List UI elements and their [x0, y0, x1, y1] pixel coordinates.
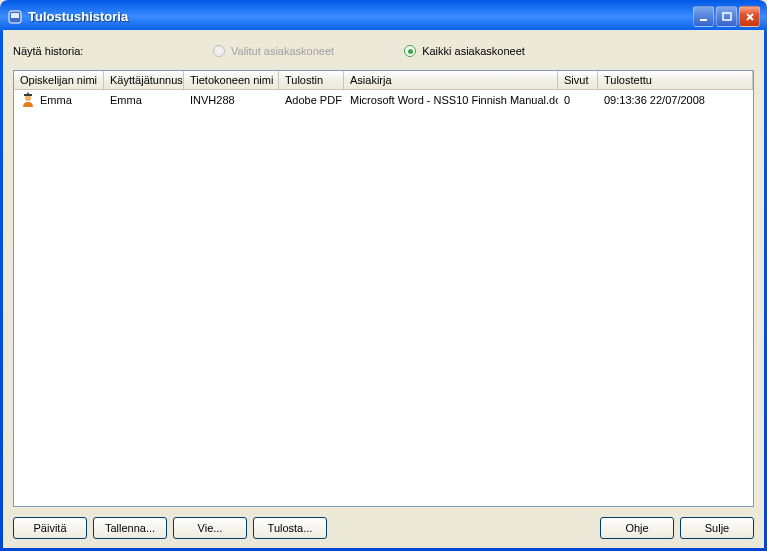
table-row[interactable]: Emma Emma INVH288 Adobe PDF Microsoft Wo…: [14, 90, 753, 110]
cell-pages: 0: [558, 92, 598, 108]
button-bar: Päivitä Tallenna... Vie... Tulosta... Oh…: [13, 517, 754, 540]
radio-all-clients[interactable]: Kaikki asiakaskoneet: [404, 45, 525, 57]
cell-login: Emma: [104, 92, 184, 108]
help-button[interactable]: Ohje: [600, 517, 674, 539]
titlebar[interactable]: Tulostushistoria: [3, 3, 764, 30]
student-icon: [20, 92, 36, 108]
col-document[interactable]: Asiakirja: [344, 71, 558, 89]
cell-student: Emma: [14, 90, 104, 110]
col-computer[interactable]: Tietokoneen nimi: [184, 71, 279, 89]
col-student[interactable]: Opiskelijan nimi: [14, 71, 104, 89]
window-frame: Tulostushistoria Näytä historia: Valitut…: [0, 0, 767, 551]
window-title: Tulostushistoria: [28, 9, 693, 24]
cell-student-text: Emma: [40, 94, 72, 106]
close-button[interactable]: [739, 6, 760, 27]
radio-selected-clients-label: Valitut asiakaskoneet: [231, 45, 334, 57]
svg-rect-6: [27, 93, 29, 95]
maximize-button[interactable]: [716, 6, 737, 27]
radio-icon: [213, 45, 225, 57]
table-header: Opiskelijan nimi Käyttäjätunnus Tietokon…: [14, 71, 753, 90]
spacer: [333, 517, 594, 540]
radio-all-clients-label: Kaikki asiakaskoneet: [422, 45, 525, 57]
svg-rect-1: [11, 13, 19, 18]
cell-printed: 09:13:36 22/07/2008: [598, 92, 753, 108]
radio-icon: [404, 45, 416, 57]
svg-rect-3: [723, 13, 731, 20]
export-button[interactable]: Vie...: [173, 517, 247, 539]
col-printed[interactable]: Tulostettu: [598, 71, 753, 89]
window-controls: [693, 6, 760, 27]
print-button[interactable]: Tulosta...: [253, 517, 327, 539]
refresh-button[interactable]: Päivitä: [13, 517, 87, 539]
history-table[interactable]: Opiskelijan nimi Käyttäjätunnus Tietokon…: [13, 70, 754, 507]
col-login[interactable]: Käyttäjätunnus: [104, 71, 184, 89]
radio-selected-clients: Valitut asiakaskoneet: [213, 45, 334, 57]
show-history-label: Näytä historia:: [13, 45, 213, 57]
app-icon: [7, 9, 23, 25]
col-printer[interactable]: Tulostin: [279, 71, 344, 89]
cell-document: Microsoft Word - NSS10 Finnish Manual.do…: [344, 92, 558, 108]
col-pages[interactable]: Sivut: [558, 71, 598, 89]
minimize-button[interactable]: [693, 6, 714, 27]
cell-printer: Adobe PDF: [279, 92, 344, 108]
table-body: Emma Emma INVH288 Adobe PDF Microsoft Wo…: [14, 90, 753, 110]
save-button[interactable]: Tallenna...: [93, 517, 167, 539]
cell-computer: INVH288: [184, 92, 279, 108]
close-dialog-button[interactable]: Sulje: [680, 517, 754, 539]
svg-rect-2: [700, 19, 707, 21]
client-area: Näytä historia: Valitut asiakaskoneet Ka…: [3, 30, 764, 548]
filter-row: Näytä historia: Valitut asiakaskoneet Ka…: [13, 40, 754, 62]
